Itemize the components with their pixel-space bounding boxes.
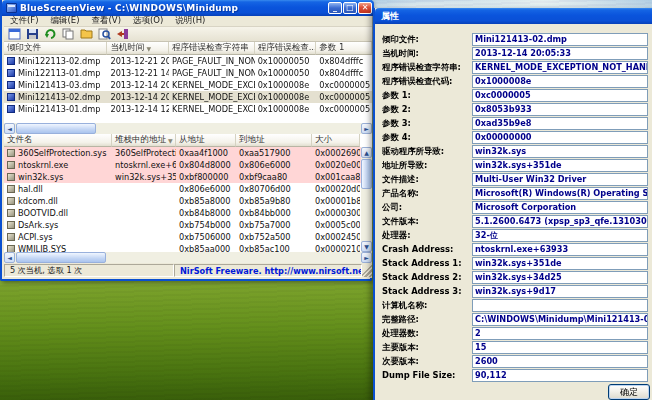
driver-file-icon bbox=[7, 233, 15, 241]
driver-file-icon bbox=[7, 149, 15, 157]
dump-row[interactable]: Mini121413-02.dmp2013-12-14 20:0...KERNE… bbox=[4, 91, 372, 103]
property-label: 计算机名称: bbox=[382, 300, 474, 311]
find-icon[interactable] bbox=[97, 28, 112, 41]
menu-item-3[interactable]: 选项(O) bbox=[127, 15, 169, 27]
property-value[interactable]: 15 bbox=[472, 341, 648, 354]
driver-row[interactable]: DsArk.sys0xb754b0000xb75a70000x0005c000 bbox=[4, 219, 372, 231]
driver-row[interactable]: 360SelfProtection.sys360SelfProtecti...0… bbox=[4, 147, 372, 159]
save-icon[interactable] bbox=[25, 28, 40, 41]
property-value[interactable]: Microsoft(R) Windows(R) Operating System bbox=[472, 187, 648, 200]
driver-row[interactable]: ACPI.sys0xb75060000xb752a5000x00024500 bbox=[4, 231, 372, 243]
driver-row[interactable]: win32k.syswin32k.sys+351de0xbf8000000xbf… bbox=[4, 171, 372, 183]
driver-file-icon bbox=[7, 161, 15, 169]
dump-file-icon bbox=[7, 93, 15, 101]
property-field: 计算机名称: bbox=[375, 299, 652, 312]
property-value[interactable]: 5.1.2600.6473 (xpsp_sp3_qfe.131030-0418) bbox=[472, 215, 648, 228]
property-value[interactable]: 32-位 bbox=[472, 229, 648, 242]
column-header-0[interactable]: 倾印文件 bbox=[4, 42, 107, 55]
property-value[interactable] bbox=[472, 299, 648, 312]
column-header-3[interactable]: 到地址 bbox=[236, 134, 312, 147]
property-value[interactable]: win32k.sys+9d17 bbox=[472, 285, 648, 298]
copy-icon[interactable] bbox=[61, 28, 76, 41]
property-value[interactable]: 90,112 bbox=[472, 369, 648, 382]
exit-icon[interactable] bbox=[115, 28, 130, 41]
lower-hscroll-track[interactable] bbox=[15, 252, 361, 263]
driver-row[interactable]: WMILIB.SYS0xb85aa0000xb85ac1000x00002100 bbox=[4, 243, 372, 252]
upper-hscroll-thumb[interactable] bbox=[16, 123, 96, 134]
property-field: 产品名称:Microsoft(R) Windows(R) Operating S… bbox=[375, 187, 652, 200]
menu-item-2[interactable]: 查看(V) bbox=[86, 15, 127, 27]
dump-row[interactable]: Mini121413-01.dmp2013-12-14 12:5...KERNE… bbox=[4, 103, 372, 115]
column-header-4[interactable]: 大小 bbox=[312, 134, 360, 147]
driver-file-icon bbox=[7, 173, 15, 181]
close-button[interactable]: ✕ bbox=[358, 2, 372, 14]
property-field: 程序错误检查代码:0x1000008e bbox=[375, 75, 652, 88]
driver-file-icon bbox=[7, 197, 15, 205]
column-header-4[interactable]: 参数 1 bbox=[316, 42, 372, 55]
properties-icon[interactable] bbox=[7, 28, 22, 41]
driver-row[interactable]: hal.dll0x806e60000x80706d000x00020d00 bbox=[4, 183, 372, 195]
main-window-titlebar[interactable]: BlueScreenView - C:\WINDOWS\Minidump _ □… bbox=[2, 0, 374, 16]
column-header-0[interactable]: 文件名 bbox=[4, 134, 112, 147]
column-header-2[interactable]: 从地址 bbox=[176, 134, 236, 147]
column-header-2[interactable]: 程序错误检查字符串 bbox=[169, 42, 255, 55]
minimize-button[interactable]: _ bbox=[328, 2, 342, 14]
property-value[interactable]: C:\WINDOWS\Minidump\Mini121413-02.dmp bbox=[472, 313, 648, 326]
property-value[interactable]: win32k.sys bbox=[472, 145, 648, 158]
dump-list-rows: Mini122113-02.dmp2013-12-21 20:1...PAGE_… bbox=[4, 55, 372, 115]
upper-hscroll-track[interactable] bbox=[15, 123, 361, 134]
advanced-options-icon[interactable] bbox=[79, 28, 94, 41]
property-value[interactable]: 2 bbox=[472, 327, 648, 340]
property-value[interactable]: KERNEL_MODE_EXCEPTION_NOT_HANDLED bbox=[472, 61, 648, 74]
dump-file-icon bbox=[7, 81, 15, 89]
scroll-left-icon[interactable]: ◄ bbox=[4, 252, 15, 263]
property-value[interactable]: 0x8053b933 bbox=[472, 103, 648, 116]
scroll-left-icon[interactable]: ◄ bbox=[4, 123, 15, 134]
refresh-icon[interactable] bbox=[43, 28, 58, 41]
scroll-right-icon[interactable]: ► bbox=[361, 123, 372, 134]
maximize-button[interactable]: □ bbox=[343, 2, 357, 14]
lower-vscrollbar[interactable]: ▲ ▼ bbox=[361, 147, 372, 252]
property-value[interactable]: 2600 bbox=[472, 355, 648, 368]
resize-grip[interactable] bbox=[362, 264, 372, 277]
property-value[interactable]: 2013-12-14 20:05:33 bbox=[472, 47, 648, 60]
dump-row[interactable]: Mini121413-03.dmp2013-12-14 20:5...KERNE… bbox=[4, 79, 372, 91]
driver-list: 文件名堆栈中的地址▼从地址到地址大小 360SelfProtection.sys… bbox=[4, 134, 372, 252]
scroll-up-icon[interactable]: ▲ bbox=[361, 147, 372, 158]
property-value[interactable]: Microsoft Corporation bbox=[472, 201, 648, 214]
menu-item-1[interactable]: 编辑(E) bbox=[45, 15, 86, 27]
property-field: Crash Address:ntoskrnl.exe+63933 bbox=[375, 243, 652, 256]
driver-row[interactable]: ntoskrnl.exentoskrnl.exe+639330x804d8000… bbox=[4, 159, 372, 171]
upper-hscrollbar[interactable]: ◄ ► bbox=[4, 123, 372, 134]
property-label: Dump File Size: bbox=[382, 370, 474, 380]
menu-item-4[interactable]: 说明(H) bbox=[169, 15, 211, 27]
driver-row[interactable]: kdcom.dll0xb85a80000xb85a9b800x00001b80 bbox=[4, 195, 372, 207]
column-header-1[interactable]: 当机时间▼ bbox=[107, 42, 169, 55]
column-header-3[interactable]: 程序错误检查... bbox=[255, 42, 317, 55]
lower-hscrollbar[interactable]: ◄ ► bbox=[4, 252, 372, 263]
property-value[interactable]: Mini121413-02.dmp bbox=[472, 33, 648, 46]
scroll-right-icon[interactable]: ► bbox=[361, 252, 372, 263]
driver-row[interactable]: BOOTVID.dll0xb84b80000xb84bb0000x0000300… bbox=[4, 207, 372, 219]
column-header-1[interactable]: 堆栈中的地址▼ bbox=[112, 134, 176, 147]
property-value[interactable]: win32k.sys+351de bbox=[472, 159, 648, 172]
property-value[interactable]: win32k.sys+34d25 bbox=[472, 271, 648, 284]
property-field: Stack Address 2:win32k.sys+34d25 bbox=[375, 271, 652, 284]
property-value[interactable]: 0x00000000 bbox=[472, 131, 648, 144]
status-nirsoft-link[interactable]: NirSoft Freeware. http://www.nirsoft.net bbox=[174, 264, 362, 277]
menu-item-0[interactable]: 文件(F) bbox=[4, 15, 45, 27]
ok-button[interactable]: 确定 bbox=[608, 384, 650, 400]
property-value[interactable]: win32k.sys+351de bbox=[472, 257, 648, 270]
property-value[interactable]: Multi-User Win32 Driver bbox=[472, 173, 648, 186]
dump-row[interactable]: Mini122113-01.dmp2013-12-21 14:2...PAGE_… bbox=[4, 67, 372, 79]
property-value[interactable]: ntoskrnl.exe+63933 bbox=[472, 243, 648, 256]
lower-hscroll-thumb[interactable] bbox=[16, 252, 106, 263]
property-value[interactable]: 0x1000008e bbox=[472, 75, 648, 88]
lower-vscroll-thumb[interactable] bbox=[361, 159, 372, 189]
property-value[interactable]: 0xad35b9e8 bbox=[472, 117, 648, 130]
scroll-down-icon[interactable]: ▼ bbox=[361, 241, 372, 252]
property-label: 驱动程序所导致: bbox=[382, 146, 474, 157]
dialog-titlebar[interactable]: 属性 ✕ bbox=[375, 8, 652, 24]
dump-row[interactable]: Mini122113-02.dmp2013-12-21 20:1...PAGE_… bbox=[4, 55, 372, 67]
property-value[interactable]: 0xc0000005 bbox=[472, 89, 648, 102]
